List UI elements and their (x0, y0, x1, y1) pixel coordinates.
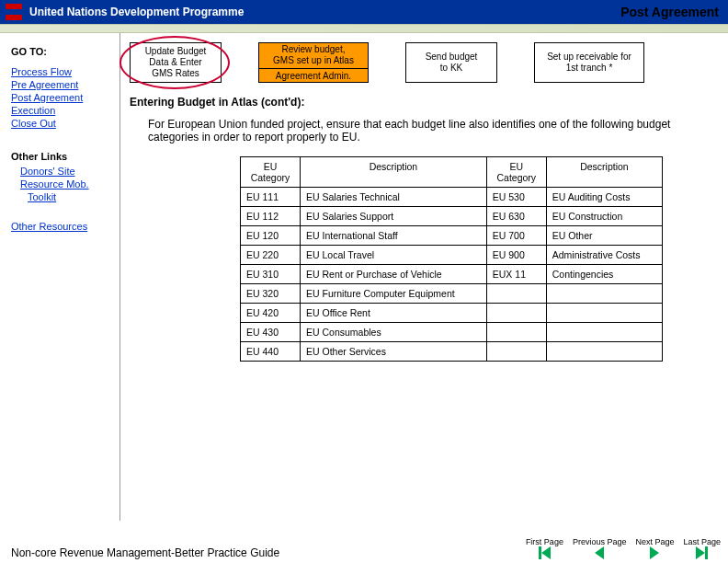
flow-text: 1st tranch * (540, 63, 638, 74)
flow-text: to KK (412, 63, 491, 74)
footer-title: Non-core Revenue Management-Better Pract… (11, 546, 279, 559)
nav-post-agreement[interactable]: Post Agreement (11, 92, 112, 103)
table-cell: EU Salaries Support (301, 207, 487, 226)
link-resource-mob[interactable]: Resource Mob. (20, 178, 112, 190)
table-cell: EU Consumables (301, 323, 487, 342)
table-cell: EU 900 (486, 246, 546, 265)
table-row: EU 310EU Rent or Purchase of VehicleEUX … (241, 265, 663, 284)
table-cell: EU Local Travel (301, 246, 487, 265)
table-cell: EU 440 (241, 342, 301, 362)
page-title: Post Agreement (611, 0, 728, 24)
table-cell: EUX 11 (486, 265, 546, 284)
next-page-button[interactable]: Next Page (635, 537, 674, 559)
table-cell (546, 284, 662, 304)
table-cell (486, 342, 546, 362)
table-cell (546, 342, 662, 362)
process-flow-row: Update Budget Data & Enter GMS Rates Rev… (130, 42, 715, 83)
table-cell (486, 304, 546, 323)
table-cell: EU Office Rent (301, 304, 487, 323)
table-cell: Contingencies (546, 265, 662, 284)
pager-label: First Page (526, 537, 563, 546)
table-cell (486, 323, 546, 342)
flow-box-update-budget: Update Budget Data & Enter GMS Rates (130, 42, 222, 83)
table-cell: EU 630 (486, 207, 546, 226)
other-links-label: Other Links (11, 151, 112, 162)
nav-pre-agreement[interactable]: Pre Agreement (11, 79, 112, 90)
table-cell: EU Rent or Purchase of Vehicle (301, 265, 487, 284)
table-cell: EU 320 (241, 284, 301, 304)
table-row: EU 440EU Other Services (241, 342, 663, 362)
flow-text: Send budget (412, 52, 491, 63)
pager: First Page Previous Page Next Page Last … (526, 537, 721, 559)
section-body: For European Union funded project, ensur… (148, 118, 706, 144)
decorative-band (0, 24, 728, 33)
table-row: EU 420EU Office Rent (241, 304, 663, 323)
flow-text: Update Budget (136, 46, 215, 57)
table-cell: EU Other (546, 226, 662, 246)
table-cell (546, 304, 662, 323)
table-cell (546, 323, 662, 342)
table-cell (486, 284, 546, 304)
table-cell: EU 310 (241, 265, 301, 284)
flow-box-send-budget: Send budget to KK (405, 42, 497, 83)
table-cell: EU Salaries Technical (301, 188, 487, 207)
table-cell: EU 420 (241, 304, 301, 323)
pager-label: Previous Page (573, 537, 627, 546)
table-head: Description (301, 157, 487, 188)
first-page-button[interactable]: First Page (526, 537, 563, 559)
flow-text: GMS Rates (136, 68, 215, 79)
table-head: EU Category (241, 157, 301, 188)
link-donors-site[interactable]: Donors' Site (20, 166, 112, 177)
flow-text: Set up receivable for (540, 52, 638, 63)
table-cell: Administrative Costs (546, 246, 662, 265)
goto-label: GO TO: (11, 46, 112, 57)
nav-execution[interactable]: Execution (11, 105, 112, 116)
table-cell: EU 220 (241, 246, 301, 265)
table-cell: EU International Staff (301, 226, 487, 246)
eu-category-table: EU Category Description EU Category Desc… (240, 156, 663, 362)
pager-label: Next Page (635, 537, 674, 546)
table-cell: EU 111 (241, 188, 301, 207)
previous-page-button[interactable]: Previous Page (573, 537, 627, 559)
table-cell: EU 430 (241, 323, 301, 342)
table-head: Description (546, 157, 662, 188)
table-cell: EU Furniture Computer Equipment (301, 284, 487, 304)
flow-box-receivable: Set up receivable for 1st tranch * (534, 42, 644, 83)
section-title: Entering Budget in Atlas (cont'd): (130, 96, 715, 109)
link-toolkit[interactable]: Toolkit (20, 191, 112, 202)
table-row: EU 112EU Salaries SupportEU 630EU Constr… (241, 207, 663, 226)
table-cell: EU 120 (241, 226, 301, 246)
table-head: EU Category (486, 157, 546, 188)
table-cell: EU 112 (241, 207, 301, 226)
link-other-resources[interactable]: Other Resources (11, 221, 112, 232)
table-row: EU 111EU Salaries TechnicalEU 530EU Audi… (241, 188, 663, 207)
pager-label: Last Page (683, 537, 721, 546)
flow-text: Review budget, (265, 44, 362, 55)
flow-box-review-budget: Review budget, GMS set up in Atlas Agree… (258, 42, 369, 83)
nav-process-flow[interactable]: Process Flow (11, 66, 112, 77)
table-cell: EU Auditing Costs (546, 188, 662, 207)
table-row: EU 320EU Furniture Computer Equipment (241, 284, 663, 304)
undp-logo (6, 4, 22, 20)
table-cell: EU Other Services (301, 342, 487, 362)
flow-text: Agreement Admin. (259, 68, 368, 82)
table-row: EU 430EU Consumables (241, 323, 663, 342)
nav-close-out[interactable]: Close Out (11, 118, 112, 129)
main-content: Update Budget Data & Enter GMS Rates Rev… (119, 33, 728, 521)
flow-text: GMS set up in Atlas (265, 55, 362, 66)
table-cell: EU 700 (486, 226, 546, 246)
last-page-button[interactable]: Last Page (683, 537, 721, 559)
table-cell: EU 530 (486, 188, 546, 207)
sidebar: GO TO: Process Flow Pre Agreement Post A… (0, 33, 119, 521)
table-row: EU 120EU International StaffEU 700EU Oth… (241, 226, 663, 246)
flow-text: Data & Enter (136, 57, 215, 68)
footer: Non-core Revenue Management-Better Pract… (11, 537, 721, 559)
table-row: EU 220EU Local TravelEU 900Administrativ… (241, 246, 663, 265)
table-cell: EU Construction (546, 207, 662, 226)
org-name: United Nations Development Programme (29, 6, 244, 18)
